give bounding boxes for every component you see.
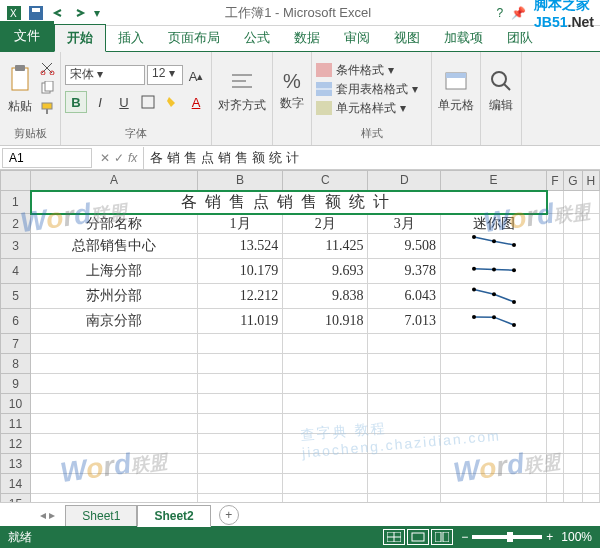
value-cell[interactable]: 11.019 xyxy=(197,309,282,334)
row-header[interactable]: 4 xyxy=(1,259,31,284)
cell[interactable] xyxy=(582,474,599,494)
sparkline-cell[interactable] xyxy=(441,284,547,309)
cell[interactable] xyxy=(564,334,583,354)
help-icon[interactable]: ? xyxy=(496,6,503,20)
cell[interactable] xyxy=(368,394,441,414)
save-icon[interactable] xyxy=(28,5,44,21)
cell[interactable] xyxy=(283,434,368,454)
sheet-tab-1[interactable]: Sheet1 xyxy=(65,505,137,526)
cell[interactable] xyxy=(582,334,599,354)
header-cell[interactable]: 迷你图 xyxy=(441,214,547,234)
tab-formulas[interactable]: 公式 xyxy=(232,25,282,51)
cell[interactable] xyxy=(197,414,282,434)
row-header[interactable]: 13 xyxy=(1,454,31,474)
cell[interactable] xyxy=(564,354,583,374)
row-header[interactable]: 11 xyxy=(1,414,31,434)
cell[interactable] xyxy=(547,474,564,494)
cell[interactable] xyxy=(197,334,282,354)
sparkline-cell[interactable] xyxy=(441,259,547,284)
cell[interactable] xyxy=(283,454,368,474)
sparkline-cell[interactable] xyxy=(441,309,547,334)
cell[interactable] xyxy=(582,214,599,234)
value-cell[interactable]: 9.378 xyxy=(368,259,441,284)
tab-review[interactable]: 审阅 xyxy=(332,25,382,51)
zoom-in-icon[interactable]: + xyxy=(546,530,553,544)
name-cell[interactable]: 上海分部 xyxy=(31,259,198,284)
tab-file[interactable]: 文件 xyxy=(0,21,54,51)
row-header[interactable]: 14 xyxy=(1,474,31,494)
table-format-button[interactable]: 套用表格格式 ▾ xyxy=(316,81,418,98)
cell[interactable] xyxy=(547,214,564,234)
cell[interactable] xyxy=(582,284,599,309)
zoom-slider[interactable]: − + xyxy=(461,530,553,544)
underline-button[interactable]: U xyxy=(113,91,135,113)
col-header[interactable]: A xyxy=(31,171,198,191)
cut-icon[interactable] xyxy=(40,61,56,78)
normal-view-icon[interactable] xyxy=(383,529,405,545)
border-icon[interactable] xyxy=(137,91,159,113)
cell[interactable] xyxy=(582,374,599,394)
cell[interactable] xyxy=(283,414,368,434)
alignment-button[interactable]: 对齐方式 xyxy=(216,65,268,116)
cell[interactable] xyxy=(564,474,583,494)
cell[interactable] xyxy=(547,259,564,284)
spreadsheet-grid[interactable]: Word联盟 Word联盟 Word联盟 Word联盟 查字典 教程jiaoch… xyxy=(0,170,600,502)
col-header[interactable]: B xyxy=(197,171,282,191)
cell[interactable] xyxy=(197,374,282,394)
header-cell[interactable]: 1月 xyxy=(197,214,282,234)
cell[interactable] xyxy=(31,414,198,434)
col-header[interactable]: E xyxy=(441,171,547,191)
value-cell[interactable]: 12.212 xyxy=(197,284,282,309)
increase-font-icon[interactable]: A▴ xyxy=(185,65,207,87)
cell[interactable] xyxy=(197,494,282,503)
cell[interactable] xyxy=(547,434,564,454)
row-header[interactable]: 3 xyxy=(1,234,31,259)
cell[interactable] xyxy=(582,434,599,454)
page-break-view-icon[interactable] xyxy=(431,529,453,545)
cell[interactable] xyxy=(31,394,198,414)
cell[interactable] xyxy=(197,434,282,454)
cell[interactable] xyxy=(582,259,599,284)
cell[interactable] xyxy=(283,354,368,374)
cell[interactable] xyxy=(441,454,547,474)
cell[interactable] xyxy=(547,234,564,259)
header-cell[interactable]: 分部名称 xyxy=(31,214,198,234)
cell[interactable] xyxy=(441,374,547,394)
tab-data[interactable]: 数据 xyxy=(282,25,332,51)
cell[interactable] xyxy=(368,454,441,474)
value-cell[interactable]: 7.013 xyxy=(368,309,441,334)
cell[interactable] xyxy=(564,494,583,503)
value-cell[interactable]: 10.179 xyxy=(197,259,282,284)
cell[interactable] xyxy=(283,394,368,414)
cell[interactable] xyxy=(547,394,564,414)
cell[interactable] xyxy=(547,494,564,503)
cell[interactable] xyxy=(197,354,282,374)
cell-styles-button[interactable]: 单元格样式 ▾ xyxy=(316,100,418,117)
cell[interactable] xyxy=(564,454,583,474)
cell[interactable] xyxy=(197,454,282,474)
cell[interactable] xyxy=(547,309,564,334)
col-header[interactable]: H xyxy=(582,171,599,191)
cell[interactable] xyxy=(283,494,368,503)
cell[interactable] xyxy=(31,494,198,503)
fx-icon[interactable]: fx xyxy=(128,151,137,165)
cell[interactable] xyxy=(582,494,599,503)
conditional-format-button[interactable]: 条件格式 ▾ xyxy=(316,62,418,79)
cell[interactable] xyxy=(31,474,198,494)
cell[interactable] xyxy=(564,309,583,334)
value-cell[interactable]: 11.425 xyxy=(283,234,368,259)
cell[interactable] xyxy=(368,434,441,454)
cell[interactable] xyxy=(31,434,198,454)
redo-icon[interactable] xyxy=(72,5,88,21)
tab-home[interactable]: 开始 xyxy=(54,24,106,52)
tab-addins[interactable]: 加载项 xyxy=(432,25,495,51)
cell[interactable] xyxy=(31,334,198,354)
cell[interactable] xyxy=(441,494,547,503)
cell[interactable] xyxy=(564,214,583,234)
row-header[interactable]: 9 xyxy=(1,374,31,394)
cell[interactable] xyxy=(564,434,583,454)
col-header[interactable]: D xyxy=(368,171,441,191)
cell[interactable] xyxy=(564,259,583,284)
cell[interactable] xyxy=(31,454,198,474)
col-header[interactable]: F xyxy=(547,171,564,191)
